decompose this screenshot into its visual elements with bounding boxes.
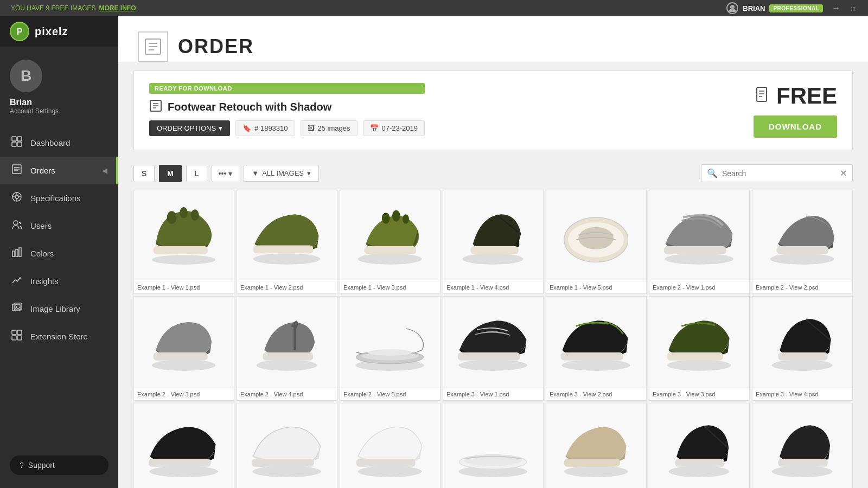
download-button[interactable]: DOWNLOAD [754,115,837,138]
list-item[interactable]: Example 4 - View 4.psd [443,403,544,488]
avatar: B [10,60,42,92]
list-item[interactable]: Example 5 - View 2.psd [752,403,853,488]
image-label: Example 1 - View 2.psd [237,281,337,293]
svg-rect-18 [12,251,15,256]
sidebar-item-image-library[interactable]: Image Library [0,295,118,323]
image-label: Example 3 - View 1.psd [443,388,543,400]
list-item[interactable]: Example 1 - View 4.psd [443,190,544,294]
list-item[interactable]: Example 3 - View 4.psd [752,296,853,400]
order-header: ORDER [118,16,868,62]
calendar-icon: 📅 [370,124,379,132]
svg-point-86 [564,466,628,478]
sidebar-item-specifications[interactable]: Specifications [0,184,118,212]
user-info: BRIAN PROFESSIONAL [726,2,823,14]
order-number: 🔖 # 1893310 [235,120,295,136]
svg-point-61 [152,359,216,371]
sidebar-item-users[interactable]: Users [0,212,118,240]
svg-point-47 [358,253,422,265]
list-item[interactable]: Example 1 - View 5.psd [546,190,647,294]
users-icon [11,219,23,233]
image-label: Example 1 - View 5.psd [546,281,646,293]
list-item[interactable]: Example 2 - View 3.psd [133,296,234,400]
sidebar-item-extension-store[interactable]: Extension Store [0,323,118,350]
image-label: Example 2 - View 4.psd [237,388,337,400]
size-small-button[interactable]: S [133,165,155,182]
size-large-button[interactable]: L [186,165,207,182]
logo-area: P pixelz [0,16,118,47]
list-item[interactable]: Example 1 - View 2.psd [237,190,337,294]
support-section: ? Support [0,448,118,483]
list-item[interactable]: Example 2 - View 5.psd [340,296,441,400]
image-library-icon [11,302,23,316]
dropdown-arrow-icon: ▾ [219,124,222,132]
list-item[interactable]: Example 2 - View 2.psd [752,190,853,294]
image-label: Example 2 - View 3.psd [134,388,234,400]
toolbar-right: 🔍 ✕ [701,164,853,182]
image-thumbnail [546,190,646,281]
svg-rect-78 [149,459,211,467]
hash-icon: 🔖 [242,124,251,132]
svg-rect-60 [777,246,829,254]
list-item[interactable]: Example 3 - View 1.psd [443,296,544,400]
svg-point-45 [253,253,321,265]
svg-rect-6 [17,142,22,146]
svg-point-88 [669,466,730,478]
sidebar-item-label: Specifications [30,194,81,203]
order-title-row: Footwear Retouch with Shadow [149,99,425,115]
list-item[interactable]: Example 4 - View 5.psd [546,403,647,488]
svg-rect-19 [16,249,18,256]
svg-point-71 [562,359,631,371]
top-banner: YOU HAVE 9 FREE IMAGES MORE INFO BRIAN P… [0,0,868,16]
image-thumbnail [340,190,440,281]
svg-rect-72 [561,352,623,361]
svg-rect-27 [17,336,22,340]
search-clear-icon[interactable]: ✕ [840,168,847,178]
svg-rect-51 [365,246,417,254]
filter-button[interactable]: ▼ ALL IMAGES ▾ [244,165,319,182]
order-options-button[interactable]: ORDER OPTIONS ▾ [149,120,230,136]
image-thumbnail [752,297,852,387]
sidebar-item-insights[interactable]: Insights [0,267,118,295]
sidebar-item-dashboard[interactable]: Dashboard [0,129,118,157]
list-item[interactable]: Example 4 - View 1.psd [133,403,234,488]
size-medium-button[interactable]: M [159,165,182,182]
sidebar-item-label: Insights [30,277,59,286]
svg-rect-74 [667,352,723,361]
sidebar-item-label: Image Library [30,304,80,313]
image-thumbnail [134,190,234,281]
svg-point-59 [770,253,834,265]
svg-point-42 [180,207,188,219]
list-item[interactable]: Example 2 - View 4.psd [237,296,337,400]
svg-point-90 [772,466,833,478]
list-item[interactable]: Example 1 - View 1.psd [133,190,234,294]
main-content: ORDER READY FOR DOWNLOAD Footwear Retouc… [118,16,868,488]
svg-point-50 [403,214,410,224]
search-input[interactable] [722,169,835,178]
svg-rect-46 [253,245,313,253]
settings-icon[interactable]: ☼ [849,3,857,13]
image-label: Example 1 - View 3.psd [340,281,440,293]
list-item[interactable]: Example 5 - View 1.psd [649,403,750,488]
image-thumbnail [443,297,543,387]
image-label: Example 1 - View 1.psd [134,281,234,293]
list-item[interactable]: Example 3 - View 2.psd [546,296,647,400]
list-item[interactable]: Example 1 - View 3.psd [340,190,441,294]
svg-rect-64 [263,352,314,361]
sidebar-item-colors[interactable]: Colors [0,240,118,267]
image-grid: Example 1 - View 1.psd Example 1 - View … [118,188,868,488]
support-button[interactable]: ? Support [10,455,108,475]
list-item[interactable]: Example 3 - View 3.psd [649,296,750,400]
logout-icon[interactable]: → [832,3,840,13]
order-card-right: FREE DOWNLOAD [754,83,837,138]
svg-rect-91 [778,459,828,467]
sidebar-item-orders[interactable]: Orders ◀ [0,157,118,184]
list-item[interactable]: Example 4 - View 2.psd [237,403,337,488]
more-options-button[interactable]: ••• ▾ [212,165,240,182]
list-item[interactable]: Example 2 - View 1.psd [649,190,750,294]
image-thumbnail [237,297,337,387]
list-item[interactable]: Example 4 - View 3.psd [340,403,441,488]
price-doc-icon [755,86,771,106]
image-label: Example 3 - View 2.psd [546,388,646,400]
banner-link[interactable]: MORE INFO [99,4,136,12]
account-settings-link[interactable]: Account Settings [10,107,59,115]
